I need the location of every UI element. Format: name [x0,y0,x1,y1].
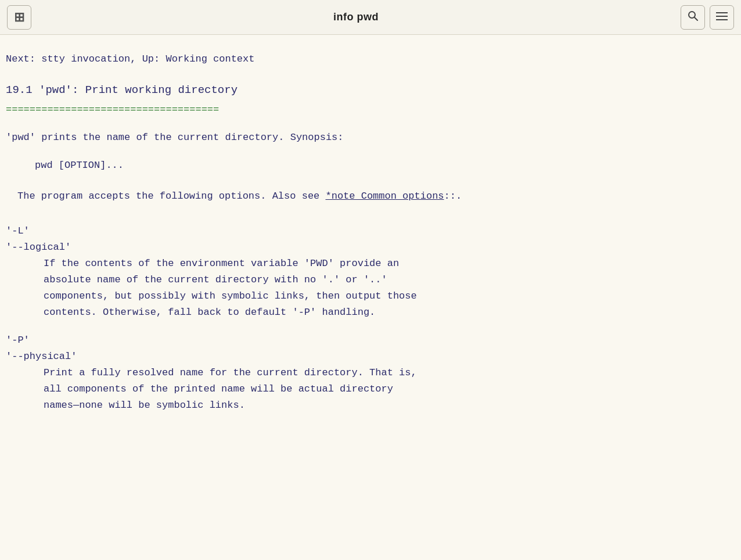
section-underline: ==================================== [6,102,724,118]
synopsis-text: pwd [OPTION]... [35,160,124,171]
search-icon [687,10,699,24]
options-intro-before-link: The program accepts the following option… [17,191,326,202]
option-L-line4: contents. Otherwise, fall back to defaul… [44,304,724,321]
option-P-section: '-P' '--physical' Print a fully resolved… [6,332,724,414]
toolbar: ⊞ info pwd [0,0,741,35]
menu-button[interactable] [710,5,734,30]
section-title: 19.1 'pwd': Print working directory [6,81,724,99]
description: 'pwd' prints the name of the current dir… [6,130,724,146]
option-L-line2: absolute name of the current directory w… [44,272,724,288]
nav-line: Next: stty invocation, Up: Working conte… [6,51,724,67]
option-L-long: '--logical' [6,239,724,256]
option-P-line2: all components of the printed name will … [44,381,724,397]
option-P-short: '-P' [6,332,724,349]
options-intro-after-link: ::. [444,191,462,202]
synopsis: pwd [OPTION]... [35,157,724,174]
main-content: Next: stty invocation, Up: Working conte… [0,35,741,560]
option-P-body: Print a fully resolved name for the curr… [44,365,724,414]
header-left: ⊞ [7,5,31,30]
new-tab-icon: ⊞ [14,10,24,25]
option-L-line3: components, but possibly with symbolic l… [44,288,724,304]
option-P-line3: names—none will be symbolic links. [44,397,724,414]
header-right [681,5,734,30]
option-L-section: '-L' '--logical' If the contents of the … [6,223,724,321]
window-title: info pwd [31,11,681,23]
search-button[interactable] [681,5,705,30]
new-tab-button[interactable]: ⊞ [7,5,31,30]
menu-icon [716,10,728,24]
common-options-link[interactable]: *note Common options [326,191,444,202]
option-P-line1: Print a fully resolved name for the curr… [44,365,724,381]
option-L-body: If the contents of the environment varia… [44,256,724,321]
options-intro: The program accepts the following option… [17,188,724,204]
option-L-line1: If the contents of the environment varia… [44,256,724,272]
svg-line-1 [695,17,697,20]
option-L-short: '-L' [6,223,724,239]
option-P-long: '--physical' [6,349,724,365]
